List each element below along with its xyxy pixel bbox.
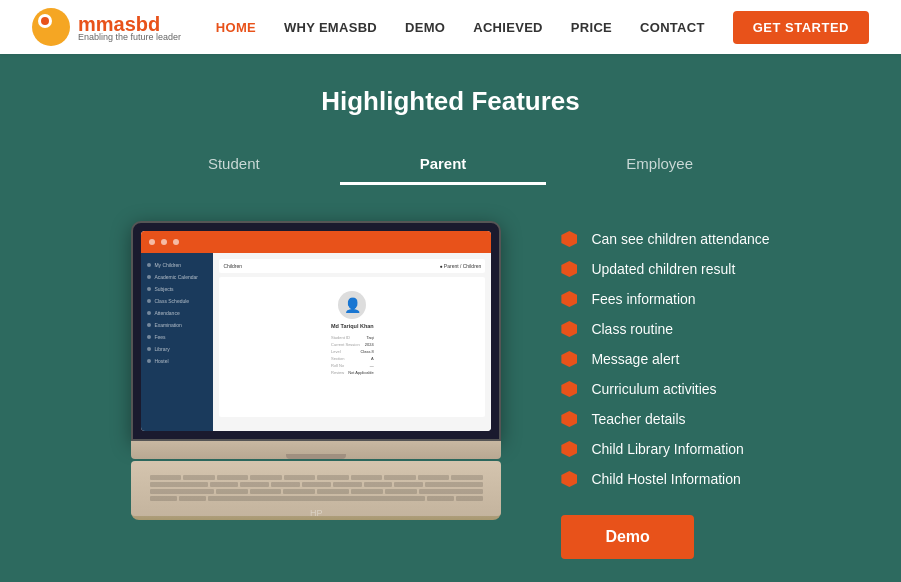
key (240, 482, 269, 487)
tab-student[interactable]: Student (128, 145, 340, 185)
feature-item-8: Child Hostel Information (561, 471, 769, 487)
sidebar-subjects: Subjects (141, 283, 213, 295)
screen-avatar: 👤 (338, 291, 366, 319)
sidebar-class-schedule: Class Schedule (141, 295, 213, 307)
key (425, 482, 483, 487)
key (183, 475, 215, 480)
demo-button[interactable]: Demo (561, 515, 693, 559)
key (317, 489, 349, 494)
screen-dot-2 (161, 239, 167, 245)
nav-home[interactable]: HOME (216, 20, 256, 35)
feature-item-2: Fees information (561, 291, 769, 307)
logo-icon (32, 8, 70, 46)
key (302, 482, 331, 487)
features-panel: Can see children attendance Updated chil… (561, 221, 769, 559)
laptop-screen: My Children Academic Calendar Subjects C… (131, 221, 501, 441)
key (217, 475, 249, 480)
logo-subtitle: Enabling the future leader (78, 32, 181, 42)
feature-bullet-7 (561, 441, 577, 457)
tabs: Student Parent Employee (0, 145, 901, 185)
logo: mmasbd Enabling the future leader (32, 8, 181, 46)
content-area: My Children Academic Calendar Subjects C… (0, 221, 901, 559)
feature-text-1: Updated children result (591, 261, 735, 277)
laptop-brand: HP (131, 508, 501, 518)
keyboard-row-1 (150, 475, 483, 480)
feature-bullet-1 (561, 261, 577, 277)
sidebar-hostel: Hostel (141, 355, 213, 367)
feature-bullet-4 (561, 351, 577, 367)
feature-text-2: Fees information (591, 291, 695, 307)
features-list: Can see children attendance Updated chil… (561, 221, 769, 487)
key (271, 482, 300, 487)
sidebar-academic: Academic Calendar (141, 271, 213, 283)
key (419, 489, 483, 494)
feature-text-0: Can see children attendance (591, 231, 769, 247)
feature-text-4: Message alert (591, 351, 679, 367)
key (317, 475, 349, 480)
main-content: Highlighted Features Student Parent Empl… (0, 54, 901, 582)
nav-demo[interactable]: DEMO (405, 20, 445, 35)
spacebar-key (208, 496, 425, 501)
key (179, 496, 206, 501)
sidebar-fees: Fees (141, 331, 213, 343)
feature-bullet-3 (561, 321, 577, 337)
nav-achieved[interactable]: ACHIEVED (473, 20, 543, 35)
key (150, 496, 177, 501)
key (351, 489, 383, 494)
key (210, 482, 239, 487)
feature-item-6: Teacher details (561, 411, 769, 427)
key (150, 489, 214, 494)
key (250, 475, 282, 480)
screen-sidebar: My Children Academic Calendar Subjects C… (141, 253, 213, 431)
demo-section: Demo (561, 515, 769, 559)
screen-content-area: 👤 Md Tariqul Khan Student IDTaqi Current… (219, 277, 485, 417)
feature-item-1: Updated children result (561, 261, 769, 277)
screen-student-name: Md Tariqul Khan (331, 323, 374, 329)
laptop-container: My Children Academic Calendar Subjects C… (131, 221, 501, 520)
feature-text-7: Child Library Information (591, 441, 744, 457)
feature-item-0: Can see children attendance (561, 231, 769, 247)
keyboard-row-2 (150, 482, 483, 487)
feature-bullet-6 (561, 411, 577, 427)
key (418, 475, 450, 480)
keyboard-row-space (150, 496, 483, 501)
screen-info: Student IDTaqi Current Session2024 Level… (331, 335, 374, 375)
tab-parent[interactable]: Parent (340, 145, 547, 185)
sidebar-my-children: My Children (141, 259, 213, 271)
tab-employee[interactable]: Employee (546, 145, 773, 185)
key (351, 475, 383, 480)
key (451, 475, 483, 480)
screen-main: Children ● Parent / Children 👤 Md Tariqu… (213, 253, 491, 431)
keyboard-rows (150, 475, 483, 503)
key (250, 489, 282, 494)
key (150, 475, 182, 480)
feature-text-3: Class routine (591, 321, 673, 337)
navbar: mmasbd Enabling the future leader HOME W… (0, 0, 901, 54)
section-title: Highlighted Features (0, 86, 901, 117)
key (385, 489, 417, 494)
laptop-base (131, 441, 501, 459)
key (333, 482, 362, 487)
screen-main-header: Children ● Parent / Children (219, 259, 485, 273)
feature-item-5: Curriculum activities (561, 381, 769, 397)
key (394, 482, 423, 487)
screen-info-col-1: Student IDTaqi Current Session2024 Level… (331, 335, 374, 375)
key (284, 475, 316, 480)
feature-item-7: Child Library Information (561, 441, 769, 457)
feature-bullet-0 (561, 231, 577, 247)
laptop-bottom: HP (131, 508, 501, 520)
key (283, 489, 315, 494)
feature-item-4: Message alert (561, 351, 769, 367)
keyboard-row-3 (150, 489, 483, 494)
nav-contact[interactable]: CONTACT (640, 20, 705, 35)
feature-bullet-8 (561, 471, 577, 487)
sidebar-library: Library (141, 343, 213, 355)
nav-price[interactable]: PRICE (571, 20, 612, 35)
sidebar-examination: Examination (141, 319, 213, 331)
nav-links: HOME WHY EMASBD DEMO ACHIEVED PRICE CONT… (216, 11, 869, 44)
get-started-button[interactable]: GET STARTED (733, 11, 869, 44)
screen-inner: My Children Academic Calendar Subjects C… (141, 231, 491, 431)
key (216, 489, 248, 494)
nav-why[interactable]: WHY EMASBD (284, 20, 377, 35)
screen-body: My Children Academic Calendar Subjects C… (141, 253, 491, 431)
